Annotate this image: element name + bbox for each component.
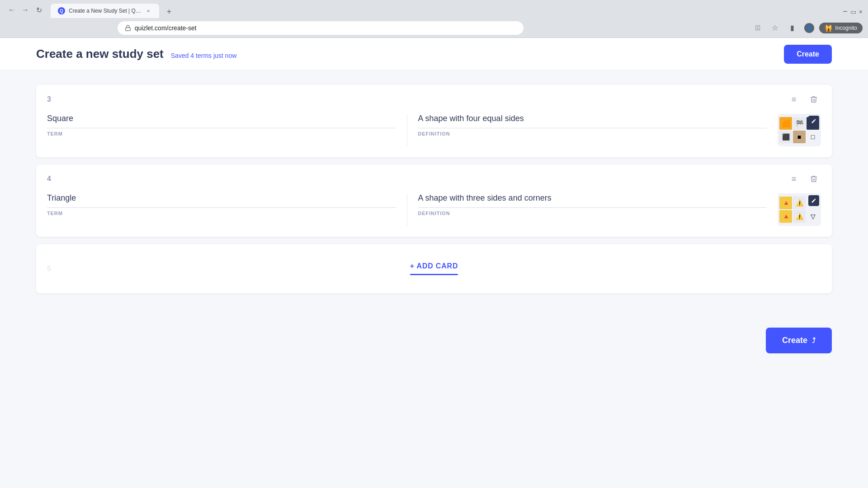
back-button[interactable]: ← <box>5 4 18 16</box>
add-card-number: 5 <box>47 265 51 273</box>
page-title: Create a new study set <box>36 47 164 61</box>
card-3-term-value[interactable]: Square <box>47 114 396 128</box>
card-4-term-field: Triangle TERM <box>47 193 396 216</box>
tab-title: Create a New Study Set | Quizl... <box>69 8 141 14</box>
card-3: 3 ≡ Square TERM A shape <box>36 85 832 157</box>
extensions-icon[interactable]: ▮ <box>785 21 799 35</box>
card-4-reorder-button[interactable]: ≡ <box>787 172 801 186</box>
bookmark-icon[interactable]: ☆ <box>768 21 782 35</box>
browser-tab[interactable]: Q Create a New Study Set | Quizl... × <box>51 4 159 18</box>
add-card-underline <box>410 274 458 275</box>
address-bar[interactable]: quizlet.com/create-set <box>117 21 524 35</box>
card-3-image-edit-button[interactable] <box>808 116 819 127</box>
app-header: Create a new study set Saved 4 terms jus… <box>0 38 868 70</box>
tab-close-button[interactable]: × <box>145 7 152 14</box>
cursor-icon: ⤴ <box>812 337 816 345</box>
card-3-term-label: TERM <box>47 131 396 136</box>
card-3-term-field: Square TERM <box>47 114 396 136</box>
add-card-section: 5 + ADD CARD <box>36 244 832 293</box>
minimize-button[interactable]: − <box>843 7 848 16</box>
new-tab-button[interactable]: + <box>163 5 175 18</box>
eye-slash-icon[interactable]: 👁̸ <box>750 21 765 35</box>
url-text: quizlet.com/create-set <box>135 24 516 32</box>
incognito-indicator: 🙀 Incognito <box>819 23 863 33</box>
card-3-number: 3 <box>47 95 51 103</box>
card-4-divider <box>407 193 407 226</box>
card-3-definition-value[interactable]: A shape with four equal sides <box>418 114 767 128</box>
card-3-reorder-button[interactable]: ≡ <box>787 92 801 107</box>
svg-rect-0 <box>126 28 131 30</box>
card-divider <box>407 114 407 146</box>
create-button-bottom[interactable]: Create ⤴ <box>766 328 832 353</box>
card-4-term-value[interactable]: Triangle <box>47 193 396 208</box>
card-4: 4 ≡ Triangle TERM A shap <box>36 164 832 237</box>
card-3-definition-field: A shape with four equal sides DEFINITION <box>418 114 767 136</box>
add-card-button[interactable]: + ADD CARD <box>410 262 458 275</box>
card-4-delete-button[interactable] <box>807 172 821 186</box>
lock-icon <box>125 25 131 31</box>
card-3-delete-button[interactable] <box>807 92 821 107</box>
add-card-label: + ADD CARD <box>410 262 458 270</box>
profile-icon[interactable]: 👤 <box>802 21 816 35</box>
save-status: Saved 4 terms just now <box>171 52 237 59</box>
forward-button[interactable]: → <box>19 4 32 16</box>
maximize-button[interactable]: ▭ <box>850 8 856 15</box>
card-4-definition-field: A shape with three sides and corners DEF… <box>418 193 767 216</box>
card-4-image-edit-button[interactable] <box>808 195 819 206</box>
create-button-bottom-label: Create <box>782 336 807 345</box>
card-3-definition-label: DEFINITION <box>418 131 767 136</box>
card-4-definition-label: DEFINITION <box>418 211 767 216</box>
card-4-definition-value[interactable]: A shape with three sides and corners <box>418 193 767 208</box>
card-3-image-area[interactable]: 🟧 🏁 ■ ⬛ ■ □ <box>778 114 821 146</box>
tab-favicon: Q <box>58 7 65 14</box>
create-button-header[interactable]: Create <box>784 45 832 64</box>
close-window-button[interactable]: × <box>859 8 863 15</box>
card-4-number: 4 <box>47 175 51 183</box>
card-4-term-label: TERM <box>47 211 396 216</box>
refresh-button[interactable]: ↻ <box>33 4 45 16</box>
card-4-image-area[interactable]: 🔺 ⚠️ 🔻 🔺 ⚠️ ▽ <box>778 193 821 226</box>
